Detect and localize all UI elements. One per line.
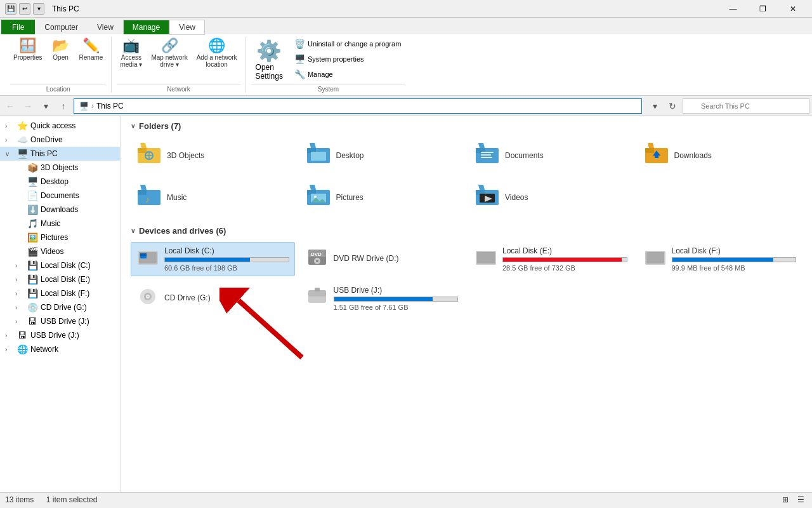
sidebar-label-8: Pictures (41, 233, 115, 242)
sidebar-chevron-11: › (15, 276, 24, 283)
drives-section-header[interactable]: ∨ Devices and drives (6) (131, 226, 802, 236)
back-button[interactable]: ← (3, 98, 18, 114)
access-media-button[interactable]: 📺 Accessmedia ▾ (117, 37, 145, 70)
drive-bar-3 (672, 258, 773, 262)
sidebar-item-4[interactable]: 🖥️ Desktop (0, 175, 120, 189)
tab-view[interactable]: View (88, 20, 123, 34)
sidebar-item-8[interactable]: 🖼️ Pictures (0, 231, 120, 244)
drive-name-2: Local Disk (E:) (502, 246, 627, 255)
svg-marker-23 (140, 185, 147, 190)
sidebar-item-2[interactable]: ∨ 🖥️ This PC (0, 147, 120, 161)
sidebar-chevron-0: › (5, 123, 14, 130)
sidebar-icon-6: ⬇️ (27, 204, 38, 215)
sidebar-item-7[interactable]: 🎵 Music (0, 217, 120, 231)
breadcrumb[interactable]: 🖥️ › This PC (74, 98, 642, 114)
add-network-location-button[interactable]: 🌐 Add a networklocation (193, 37, 240, 70)
search-input[interactable] (683, 98, 809, 114)
sidebar-item-14[interactable]: › 🖫 USB Drive (J:) (0, 314, 120, 328)
sidebar-item-10[interactable]: › 💾 Local Disk (C:) (0, 258, 120, 272)
tab-computer[interactable]: Computer (35, 20, 88, 34)
sidebar-label-15: USB Drive (J:) (30, 331, 115, 340)
sidebar-item-3[interactable]: 📦 3D Objects (0, 161, 120, 175)
sidebar: › ⭐ Quick access › ☁️ OneDrive ∨ 🖥️ This… (0, 116, 121, 492)
folder-item-videos[interactable]: Videos (469, 179, 633, 216)
recent-locations-button[interactable]: ▾ (38, 98, 53, 114)
folder-icon-5 (306, 184, 331, 211)
folder-item-downloads[interactable]: Downloads (638, 137, 802, 174)
addressbar: ← → ▾ ↑ 🖥️ › This PC ▾ ↻ 🔍 (0, 96, 812, 116)
selected-count: 1 item selected (46, 495, 98, 504)
sidebar-item-15[interactable]: › 🖫 USB Drive (J:) (0, 328, 120, 342)
drive-free-5: 1.51 GB free of 7.61 GB (334, 304, 459, 311)
svg-marker-12 (478, 143, 485, 148)
open-button[interactable]: 📂 Open (48, 37, 74, 63)
ribbon: 🪟 Properties 📂 Open ✏️ Rename Location 📺… (0, 34, 812, 96)
up-button[interactable]: ↑ (56, 98, 71, 114)
titlebar: 💾 ↩ ▾ This PC — ❐ ✕ (0, 0, 812, 18)
properties-button[interactable]: 🪟 Properties (10, 37, 46, 63)
sidebar-item-1[interactable]: › ☁️ OneDrive (0, 133, 120, 147)
folder-item-3d-objects[interactable]: 3D Objects (131, 137, 295, 174)
drive-item-local-disk--e--[interactable]: Local Disk (E:) 28.5 GB free of 732 GB (469, 242, 633, 276)
address-dropdown-button[interactable]: ▾ (647, 98, 662, 114)
drive-bar-bg-3 (672, 257, 797, 262)
tab-file[interactable]: File (1, 20, 35, 34)
sidebar-item-11[interactable]: › 💾 Local Disk (E:) (0, 272, 120, 286)
sidebar-item-12[interactable]: › 💾 Local Disk (F:) (0, 286, 120, 300)
folder-item-music[interactable]: ♪ Music (131, 179, 295, 216)
drive-bar-bg-0 (164, 257, 289, 262)
tab-drive-tools[interactable]: Manage (123, 20, 169, 35)
sidebar-item-16[interactable]: › 🌐 Network (0, 342, 120, 356)
drive-bar-bg-2 (502, 257, 627, 262)
ribbon-group-location: 🪟 Properties 📂 Open ✏️ Rename Location (5, 37, 112, 93)
drive-item-usb-drive--j--[interactable]: USB Drive (J:) 1.51 GB free of 7.61 GB (300, 281, 464, 316)
close-button[interactable]: ✕ (778, 0, 807, 18)
quick-access-toolbar-save[interactable]: 💾 (5, 3, 16, 15)
drive-item-local-disk--f--[interactable]: Local Disk (F:) 99.9 MB free of 548 MB (638, 242, 802, 276)
sidebar-item-0[interactable]: › ⭐ Quick access (0, 119, 120, 133)
manage-button[interactable]: 🔧 Manage (290, 67, 405, 81)
tab-active[interactable]: View (169, 20, 205, 35)
open-settings-button[interactable]: ⚙️ OpenSettings (251, 37, 287, 83)
drive-item-dvd-rw-drive--d--[interactable]: DVD DVD RW Drive (D:) (300, 242, 464, 276)
sidebar-item-13[interactable]: › 💿 CD Drive (G:) (0, 300, 120, 314)
quick-access-toolbar-more[interactable]: ▾ (33, 3, 44, 15)
drive-icon-4 (136, 286, 159, 311)
access-media-icon: 📺 (122, 39, 140, 53)
drive-free-2: 28.5 GB free of 732 GB (502, 264, 627, 272)
folder-icon-4: ♪ (136, 184, 162, 211)
folder-item-documents[interactable]: Documents (469, 137, 633, 174)
forward-button[interactable]: → (20, 98, 36, 114)
sidebar-label-14: USB Drive (J:) (41, 317, 115, 326)
maximize-button[interactable]: ❐ (749, 0, 777, 18)
folder-item-desktop[interactable]: Desktop (300, 137, 464, 174)
sidebar-item-5[interactable]: 📄 Documents (0, 189, 120, 203)
sidebar-icon-1: ☁️ (16, 135, 28, 145)
svg-rect-13 (481, 152, 494, 153)
drive-icon-0 (136, 247, 159, 272)
sidebar-item-9[interactable]: 🎬 Videos (0, 244, 120, 258)
ribbon-group-system: ⚙️ OpenSettings 🗑️ Uninstall or change a… (246, 37, 411, 93)
large-icons-view-button[interactable]: ⊞ (779, 493, 792, 506)
quick-access-toolbar-undo[interactable]: ↩ (19, 3, 30, 15)
map-network-drive-button[interactable]: 🔗 Map networkdrive ▾ (148, 37, 190, 70)
ribbon-system-buttons: ⚙️ OpenSettings 🗑️ Uninstall or change a… (251, 37, 406, 83)
sidebar-label-11: Local Disk (E:) (41, 275, 115, 284)
folder-item-pictures[interactable]: Pictures (300, 179, 464, 216)
sidebar-item-6[interactable]: ⬇️ Downloads (0, 203, 120, 217)
add-network-icon: 🌐 (208, 39, 225, 53)
system-properties-button[interactable]: 🖥️ System properties (290, 52, 405, 66)
details-view-button[interactable]: ☰ (794, 493, 807, 506)
svg-rect-15 (481, 157, 492, 158)
svg-rect-20 (655, 156, 658, 158)
sidebar-label-13: CD Drive (G:) (41, 303, 115, 312)
folders-section-header[interactable]: ∨ Folders (7) (131, 121, 802, 131)
refresh-button[interactable]: ↻ (665, 98, 680, 114)
minimize-button[interactable]: — (719, 0, 747, 18)
rename-button[interactable]: ✏️ Rename (76, 37, 107, 63)
svg-rect-1 (138, 148, 147, 153)
drive-icon-3 (644, 247, 667, 272)
drive-item-local-disk--c--[interactable]: Local Disk (C:) 60.6 GB free of 198 GB (131, 242, 295, 276)
uninstall-button[interactable]: 🗑️ Uninstall or change a program (290, 37, 405, 51)
sidebar-icon-16: 🌐 (16, 344, 28, 354)
